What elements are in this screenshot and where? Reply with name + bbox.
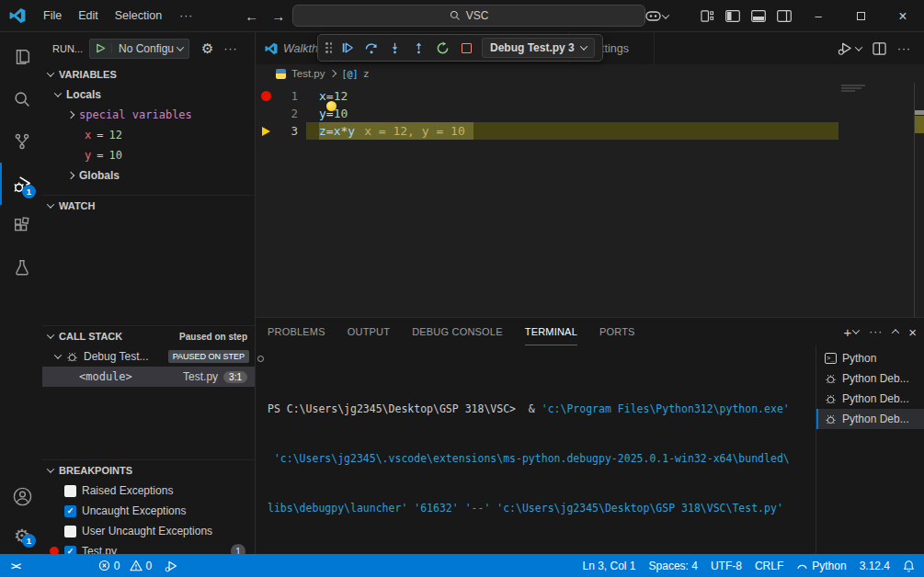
breakpoint-row[interactable]: User Uncaught Exceptions [42, 521, 255, 541]
run-python-file-button[interactable] [838, 41, 861, 55]
stack-frame-row[interactable]: <module> Test.py 3:1 [42, 367, 255, 387]
toggle-panel-button[interactable] [746, 0, 771, 32]
special-variables-row[interactable]: special variables [42, 105, 255, 125]
chevron-down-icon [662, 11, 669, 18]
call-stack-header[interactable]: CALL STACK Paused on step [42, 326, 255, 346]
encoding[interactable]: UTF-8 [704, 554, 748, 577]
status-bar: >< 0 0 Ln 3, Col 1 Spaces: 4 UTF-8 CRLF … [0, 554, 924, 577]
call-stack-title: CALL STACK [59, 331, 122, 342]
activity-search[interactable] [0, 78, 42, 120]
panel-more-actions-icon[interactable]: ··· [869, 325, 883, 338]
continue-button[interactable] [338, 38, 356, 58]
language-mode[interactable]: Python [790, 554, 852, 577]
stop-button[interactable] [458, 38, 475, 58]
python-interpreter-version[interactable]: 3.12.4 [853, 554, 896, 577]
breakpoint-row[interactable]: Raised Exceptions [42, 481, 255, 501]
debug-session-row[interactable]: Debug Test... PAUSED ON STEP [42, 346, 255, 367]
panel-tab-terminal[interactable]: TERMINAL [525, 318, 577, 345]
close-panel-icon[interactable]: × [908, 324, 917, 340]
minimap[interactable] [841, 85, 867, 93]
panel-tab-problems[interactable]: PROBLEMS [268, 318, 325, 345]
warning-icon [130, 560, 143, 571]
cursor-position[interactable]: Ln 3, Col 1 [576, 554, 643, 577]
breadcrumb-symbol[interactable]: z [364, 68, 370, 79]
code-line-1[interactable]: 1 x=12 [256, 87, 924, 105]
debug-session-picker[interactable]: Debug Test.py 3 [482, 38, 595, 58]
step-out-button[interactable] [410, 38, 428, 58]
eol-sequence[interactable]: CRLF [748, 554, 790, 577]
menu-selection[interactable]: Selection [107, 0, 170, 32]
menu-edit[interactable]: Edit [70, 0, 107, 32]
breadcrumb-file[interactable]: Test.py [291, 68, 325, 79]
remote-indicator[interactable]: >< [5, 554, 26, 577]
menu-file[interactable]: File [35, 0, 70, 32]
terminal-output[interactable]: PS C:\Users\jg2345\Desktop\GSP 318\VSC> … [256, 345, 816, 554]
breakpoint-row[interactable]: Uncaught Exceptions [42, 501, 255, 521]
overview-ruler[interactable] [914, 83, 924, 317]
more-actions-icon[interactable]: ··· [224, 42, 238, 55]
notifications-bell[interactable] [896, 554, 924, 577]
variable-y-row[interactable]: y=10 [42, 145, 255, 165]
checkbox[interactable] [64, 505, 76, 517]
toggle-secondary-sidebar-button[interactable] [771, 0, 797, 32]
toggle-sidebar-button[interactable] [720, 0, 746, 32]
variables-header[interactable]: VARIABLES [42, 64, 255, 85]
command-decoration-icon[interactable] [257, 356, 264, 362]
window-minimize-button[interactable]: – [797, 0, 839, 32]
globals-row[interactable]: Globals [42, 165, 255, 186]
step-into-button[interactable] [386, 38, 404, 58]
terminal-instance[interactable]: Python Deb... [816, 389, 924, 409]
new-terminal-button[interactable]: + [843, 324, 859, 340]
breakpoint-dot-icon[interactable] [261, 91, 271, 101]
activity-account[interactable] [0, 475, 42, 517]
breakpoints-header[interactable]: BREAKPOINTS [42, 460, 255, 481]
panel-tab-debug-console[interactable]: DEBUG CONSOLE [412, 318, 503, 345]
panel-tab-output[interactable]: OUTPUT [348, 318, 390, 345]
debug-status[interactable] [158, 554, 185, 577]
checkbox[interactable] [64, 485, 76, 497]
window-maximize-button[interactable] [839, 0, 882, 32]
activity-testing[interactable] [0, 247, 42, 289]
restart-button[interactable] [434, 38, 451, 58]
maximize-panel-icon[interactable] [892, 329, 899, 336]
activity-source-control[interactable] [0, 120, 42, 163]
terminal-instance[interactable]: Python Deb... [816, 368, 924, 389]
start-debug-icon[interactable] [90, 43, 112, 53]
locals-row[interactable]: Locals [42, 85, 255, 105]
bug-icon [66, 351, 78, 363]
code-line-2[interactable]: 2 y=10 [256, 105, 924, 122]
menu-overflow[interactable]: ··· [170, 9, 202, 22]
customize-layout-button[interactable] [694, 0, 720, 32]
activity-extensions[interactable] [0, 205, 42, 247]
step-over-button[interactable] [362, 38, 380, 58]
debug-python-icon [838, 41, 853, 55]
window-close-button[interactable]: × [882, 0, 924, 32]
editor-more-actions-icon[interactable]: ··· [897, 42, 911, 55]
activity-explorer[interactable] [0, 36, 42, 78]
debug-config-dropdown[interactable]: No Configu [89, 39, 189, 59]
copilot-button[interactable] [645, 10, 668, 22]
nav-forward-icon[interactable]: → [271, 8, 285, 24]
activity-settings[interactable]: ⚙ 1 [0, 517, 42, 554]
panel-tab-ports[interactable]: PORTS [599, 318, 635, 345]
drag-handle-icon[interactable] [325, 42, 332, 53]
terminal-instance[interactable]: >_ Python [816, 348, 924, 368]
indentation[interactable]: Spaces: 4 [643, 554, 704, 577]
code-editor[interactable]: 1 x=12 2 y=10 3 z=x*yx = 12, y = 10 [256, 83, 924, 317]
breadcrumb[interactable]: Test.py [@] z [256, 64, 924, 83]
terminal-instance[interactable]: Python Deb... [816, 409, 924, 429]
command-center-search[interactable]: VSC [292, 5, 645, 27]
checkbox[interactable] [64, 526, 76, 537]
split-editor-button[interactable] [873, 42, 886, 55]
checkbox[interactable] [64, 546, 76, 555]
terminal-line: PS C:\Users\jg2345\Desktop\GSP 318\VSC> … [268, 401, 816, 417]
problems-status[interactable]: 0 0 [92, 554, 158, 577]
debug-badge: 1 [22, 185, 36, 198]
nav-back-icon[interactable]: ← [245, 8, 258, 24]
code-line-3-current[interactable]: 3 z=x*yx = 12, y = 10 [256, 122, 924, 140]
activity-run-debug[interactable]: 1 [0, 163, 42, 205]
breakpoint-row[interactable]: Test.py 1 [42, 541, 255, 554]
watch-header[interactable]: WATCH [42, 196, 255, 216]
variable-x-row[interactable]: x=12 [42, 125, 255, 145]
gear-icon[interactable]: ⚙ [201, 40, 213, 57]
